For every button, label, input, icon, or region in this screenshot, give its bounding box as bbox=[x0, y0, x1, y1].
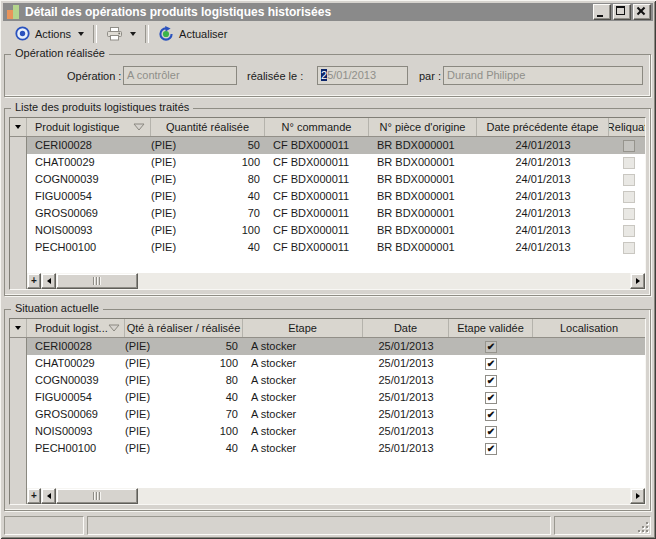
scrollbar-track[interactable] bbox=[138, 488, 630, 504]
column-header-order[interactable]: N° commande bbox=[265, 118, 369, 136]
row-selector-strip[interactable] bbox=[10, 137, 27, 289]
table-row[interactable]: FIGU00054(PIE)40CF BDX000011BR BDX000001… bbox=[27, 188, 645, 205]
validated-checkbox[interactable]: ✔ bbox=[485, 358, 497, 370]
column-header-label: Etape validée bbox=[457, 322, 524, 334]
cell-unit: (PIE) bbox=[125, 338, 173, 355]
table-row[interactable]: COGN00039(PIE)80CF BDX000011BR BDX000001… bbox=[27, 171, 645, 188]
column-header-prev-date[interactable]: Date précédente étape bbox=[477, 118, 609, 136]
column-header-validated[interactable]: Etape validée bbox=[449, 319, 533, 337]
reliquat-checkbox[interactable] bbox=[623, 191, 635, 203]
scroll-right-button[interactable] bbox=[630, 273, 645, 289]
table-row[interactable]: PECH00100(PIE)40CF BDX000011BR BDX000001… bbox=[27, 239, 645, 256]
products-legend: Liste des produits logistiques traités bbox=[11, 101, 193, 113]
scroll-left-button[interactable] bbox=[41, 488, 56, 504]
table-row[interactable]: GROS00069(PIE)70A stocker25/01/2013✔ bbox=[27, 406, 645, 423]
cell-location bbox=[533, 338, 645, 355]
validated-checkbox[interactable]: ✔ bbox=[485, 443, 497, 455]
cell-qty: 40 bbox=[199, 239, 265, 256]
print-button[interactable] bbox=[101, 23, 141, 45]
reliquat-checkbox[interactable] bbox=[623, 140, 635, 152]
validated-checkbox[interactable]: ✔ bbox=[485, 426, 497, 438]
table-row[interactable]: COGN00039(PIE)80A stocker25/01/2013✔ bbox=[27, 372, 645, 389]
actions-label: Actions bbox=[35, 28, 71, 40]
table-row[interactable]: CHAT00029(PIE)100CF BDX000011BR BDX00000… bbox=[27, 154, 645, 171]
cell-validated: ✔ bbox=[449, 355, 533, 372]
table-row[interactable]: NOIS00093(PIE)100A stocker25/01/2013✔ bbox=[27, 423, 645, 440]
row-indicator-header[interactable] bbox=[10, 118, 27, 136]
cell-product: GROS00069 bbox=[27, 205, 151, 222]
scrollbar-track[interactable] bbox=[138, 273, 630, 289]
cell-location bbox=[533, 389, 645, 406]
column-header-etape[interactable]: Etape bbox=[243, 319, 363, 337]
par-field[interactable]: Durand Philippe bbox=[443, 66, 643, 85]
table-row[interactable]: PECH00100(PIE)40A stocker25/01/2013✔ bbox=[27, 440, 645, 457]
date-rest: 5/01/2013 bbox=[327, 69, 376, 81]
validated-checkbox[interactable]: ✔ bbox=[485, 392, 497, 404]
column-header-reliquat[interactable]: Reliquat bbox=[609, 118, 645, 136]
dialog-window: Détail des opérations produits logistiqu… bbox=[0, 0, 656, 539]
table-row[interactable]: CHAT00029(PIE)100A stocker25/01/2013✔ bbox=[27, 355, 645, 372]
status-panel bbox=[87, 516, 551, 535]
resize-grip[interactable] bbox=[637, 521, 648, 532]
column-header-origin[interactable]: N° pièce d'origine bbox=[369, 118, 477, 136]
situation-grid-body: CERI00028(PIE)50A stocker25/01/2013✔CHAT… bbox=[27, 338, 645, 488]
scrollbar-thumb[interactable] bbox=[56, 273, 138, 289]
column-header-product[interactable]: Produit logist... bbox=[27, 319, 125, 337]
scroll-right-button[interactable] bbox=[630, 488, 645, 504]
refresh-button[interactable]: Actualiser bbox=[153, 23, 232, 45]
close-button[interactable] bbox=[633, 4, 651, 20]
realisee-le-label: réalisée le : bbox=[247, 70, 303, 82]
actualiser-label: Actualiser bbox=[179, 28, 227, 40]
column-header-label: Quantité réalisée bbox=[166, 121, 249, 133]
split-plus-button[interactable]: + bbox=[27, 273, 41, 289]
sort-indicator-icon bbox=[133, 123, 145, 131]
row-selector-strip[interactable] bbox=[10, 338, 27, 504]
column-header-label: Produit logistique bbox=[35, 121, 119, 133]
table-row[interactable]: GROS00069(PIE)70CF BDX000011BR BDX000001… bbox=[27, 205, 645, 222]
chevron-down-icon bbox=[130, 32, 136, 36]
cell-qty: 100 bbox=[199, 222, 265, 239]
date-field[interactable]: 25/01/2013 bbox=[317, 66, 408, 85]
products-grid: Produit logistique Quantité réalisée N° … bbox=[9, 117, 646, 290]
reliquat-checkbox[interactable] bbox=[623, 174, 635, 186]
split-plus-button[interactable]: + bbox=[27, 488, 41, 504]
scrollbar-thumb[interactable] bbox=[56, 488, 138, 504]
refresh-icon bbox=[158, 26, 174, 42]
column-header-product[interactable]: Produit logistique bbox=[27, 118, 151, 136]
column-header-location[interactable]: Localisation bbox=[533, 319, 645, 337]
validated-checkbox[interactable]: ✔ bbox=[485, 409, 497, 421]
reliquat-checkbox[interactable] bbox=[623, 208, 635, 220]
validated-checkbox[interactable]: ✔ bbox=[485, 341, 497, 353]
operation-groupbox: Opération réalisée Opération : A contrôl… bbox=[4, 54, 651, 97]
column-header-date[interactable]: Date bbox=[363, 319, 449, 337]
cell-date: 25/01/2013 bbox=[363, 338, 449, 355]
sort-indicator-icon bbox=[108, 324, 120, 332]
table-row[interactable]: CERI00028(PIE)50CF BDX000011BR BDX000001… bbox=[27, 137, 645, 154]
operation-field[interactable]: A contrôler bbox=[123, 66, 237, 85]
table-row[interactable]: CERI00028(PIE)50A stocker25/01/2013✔ bbox=[27, 338, 645, 355]
reliquat-checkbox[interactable] bbox=[623, 157, 635, 169]
column-header-qty[interactable]: Qté à réaliser / réalisée bbox=[125, 319, 243, 337]
maximize-button[interactable] bbox=[613, 4, 631, 20]
minimize-button[interactable] bbox=[593, 4, 611, 20]
cell-product: PECH00100 bbox=[27, 239, 151, 256]
column-header-qty[interactable]: Quantité réalisée bbox=[151, 118, 265, 136]
situation-hscrollbar[interactable]: + bbox=[27, 488, 645, 504]
products-hscrollbar[interactable]: + bbox=[27, 273, 645, 289]
validated-checkbox[interactable]: ✔ bbox=[485, 375, 497, 387]
products-groupbox: Liste des produits logistiques traités P… bbox=[4, 108, 651, 296]
products-grid-header: Produit logistique Quantité réalisée N° … bbox=[10, 118, 645, 137]
column-header-label: Reliquat bbox=[609, 121, 645, 133]
cell-location bbox=[533, 355, 645, 372]
cell-reliquat bbox=[609, 188, 645, 205]
cell-prev_date: 24/01/2013 bbox=[477, 239, 609, 256]
reliquat-checkbox[interactable] bbox=[623, 242, 635, 254]
table-row[interactable]: FIGU00054(PIE)40A stocker25/01/2013✔ bbox=[27, 389, 645, 406]
table-row[interactable]: NOIS00093(PIE)100CF BDX000011BR BDX00000… bbox=[27, 222, 645, 239]
row-indicator-header[interactable] bbox=[10, 319, 27, 337]
reliquat-checkbox[interactable] bbox=[623, 225, 635, 237]
actions-button[interactable]: Actions bbox=[10, 23, 89, 45]
scroll-left-button[interactable] bbox=[41, 273, 56, 289]
cell-validated: ✔ bbox=[449, 406, 533, 423]
cell-product: PECH00100 bbox=[27, 440, 125, 457]
